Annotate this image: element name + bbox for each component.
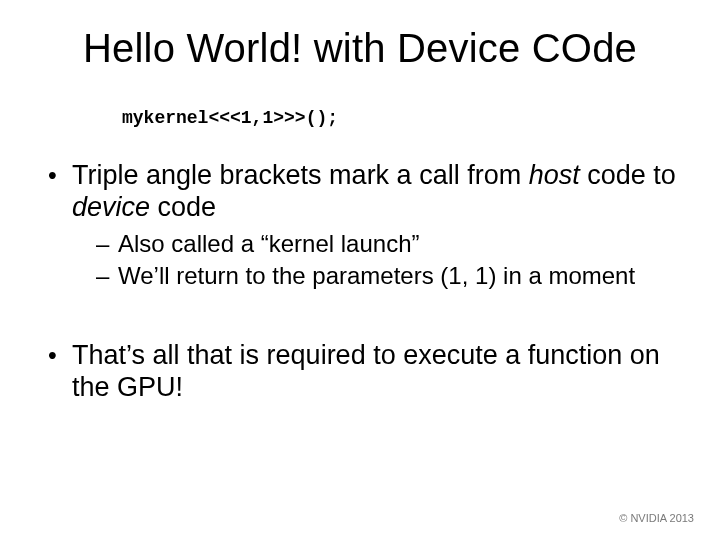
copyright-footer: © NVIDIA 2013 <box>619 512 694 524</box>
bullet-1-text-mid: code to <box>580 160 676 190</box>
sub-bullet-list: Also called a “kernel launch” We’ll retu… <box>72 230 684 291</box>
bullet-1-device: device <box>72 192 150 222</box>
code-snippet: mykernel<<<1,1>>>(); <box>122 108 338 128</box>
spacer <box>44 300 684 340</box>
bullet-list: Triple angle brackets mark a call from h… <box>44 160 684 290</box>
sub-bullet-2: We’ll return to the parameters (1, 1) in… <box>96 262 684 290</box>
slide-body: Triple angle brackets mark a call from h… <box>44 160 684 414</box>
slide-title: Hello World! with Device COde <box>0 26 720 71</box>
bullet-1-host: host <box>529 160 580 190</box>
bullet-2: That’s all that is required to execute a… <box>44 340 684 404</box>
sub-bullet-1: Also called a “kernel launch” <box>96 230 684 258</box>
bullet-1-text-post: code <box>150 192 216 222</box>
slide: Hello World! with Device COde mykernel<<… <box>0 0 720 540</box>
bullet-1-text-pre: Triple angle brackets mark a call from <box>72 160 529 190</box>
bullet-list-2: That’s all that is required to execute a… <box>44 340 684 404</box>
bullet-1: Triple angle brackets mark a call from h… <box>44 160 684 290</box>
